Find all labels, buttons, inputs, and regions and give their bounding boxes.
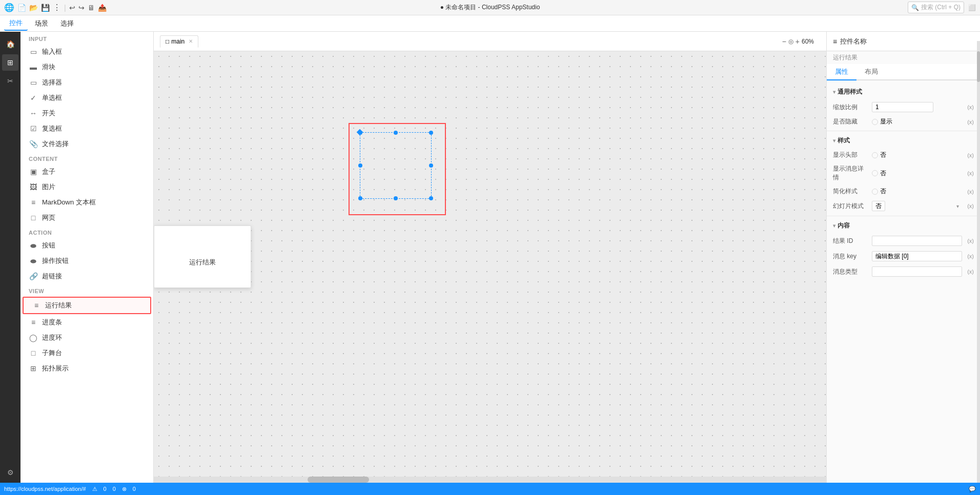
preview-icon[interactable]: 🖥: [88, 4, 95, 12]
panel-item-selector[interactable]: ▭ 选择器: [21, 75, 153, 90]
panel-item-slider[interactable]: ▬ 滑块: [21, 59, 153, 75]
section-content: ▾ 内容: [827, 218, 980, 233]
result-id-input[interactable]: [872, 236, 962, 246]
handle-bottom-center[interactable]: [394, 196, 398, 200]
icon-bar-settings[interactable]: ⚙: [2, 464, 18, 481]
panel-item-progress-bar[interactable]: ≡ 进度条: [21, 315, 153, 330]
slideshow-select-wrap: 否: [872, 201, 962, 211]
handle-bottom-left[interactable]: [358, 196, 362, 200]
show-header-radio-btn[interactable]: [872, 152, 878, 158]
more-icon[interactable]: ⋮: [53, 3, 61, 12]
panel-item-progress-ring[interactable]: ◯ 进度环: [21, 330, 153, 345]
warning-label: 0: [113, 486, 116, 492]
main-layout: 🏠 ⊞ ✂ ⚙ INPUT ▭ 输入框 ▬ 滑块 ▭ 选择器 ✓ 单选框 ↔ 开…: [0, 32, 980, 483]
msg-key-input[interactable]: [872, 251, 962, 261]
slideshow-select[interactable]: 否: [872, 201, 885, 211]
panel-item-switch[interactable]: ↔ 开关: [21, 106, 153, 121]
handle-top-center[interactable]: [394, 131, 398, 135]
zoom-fit-icon[interactable]: ◎: [788, 38, 793, 45]
show-header-clear[interactable]: (x): [967, 152, 974, 158]
hidden-radio: 显示: [872, 117, 892, 126]
menu-item-scene[interactable]: 场景: [30, 17, 53, 30]
tab-properties[interactable]: 属性: [827, 64, 856, 80]
panel-item-image[interactable]: 🖼 图片: [21, 179, 153, 195]
msg-type-clear[interactable]: (x): [967, 269, 974, 275]
prop-scale: 缩放比例 (x): [827, 99, 980, 115]
msg-type-input[interactable]: [872, 266, 962, 277]
menu-item-select[interactable]: 选择: [55, 17, 79, 30]
search-icon: 🔍: [911, 4, 919, 11]
canvas-area: □ main ✕ − ◎ + 60%: [154, 32, 826, 483]
hidden-clear[interactable]: (x): [967, 119, 974, 125]
show-detail-radio-btn[interactable]: [872, 170, 878, 176]
panel-item-action-button[interactable]: ⬬ 操作按钮: [21, 253, 153, 269]
right-panel-scrollbar[interactable]: [977, 41, 980, 483]
panel-item-topology[interactable]: ⊞ 拓扑展示: [21, 361, 153, 376]
msg-key-clear[interactable]: (x): [967, 253, 974, 259]
panel-item-sub-stage[interactable]: □ 子舞台: [21, 345, 153, 361]
scale-input[interactable]: [872, 102, 933, 112]
show-detail-clear[interactable]: (x): [967, 170, 974, 176]
section-header-input: INPUT: [21, 32, 153, 44]
icon-bar-widgets[interactable]: ⊞: [2, 54, 18, 71]
app-logo-icon[interactable]: 🌐: [4, 3, 14, 12]
open-file-icon[interactable]: 📂: [29, 4, 38, 12]
prop-msg-key: 消息 key (x): [827, 249, 980, 264]
search-box[interactable]: 🔍 搜索 (Ctrl + Q): [908, 2, 964, 13]
panel-item-webpage[interactable]: □ 网页: [21, 210, 153, 225]
chat-icon[interactable]: 💬: [969, 486, 976, 492]
new-file-icon[interactable]: 📄: [17, 4, 26, 12]
screen-icon[interactable]: ⬜: [968, 4, 976, 11]
redo-icon[interactable]: ↪: [78, 4, 85, 12]
export-icon[interactable]: 📤: [98, 4, 107, 12]
panel-item-run-result[interactable]: ≡ 运行结果: [23, 297, 151, 314]
panel-item-radio[interactable]: ✓ 单选框: [21, 90, 153, 106]
tab-layout[interactable]: 布局: [856, 64, 886, 79]
undo-icon[interactable]: ↩: [69, 4, 75, 12]
canvas-tab-main[interactable]: □ main ✕: [160, 35, 198, 48]
result-id-clear[interactable]: (x): [967, 238, 974, 244]
canvas-hscroll[interactable]: [154, 477, 826, 483]
panel-item-button[interactable]: ⬬ 按钮: [21, 238, 153, 253]
handle-bottom-right[interactable]: [429, 196, 433, 200]
box-icon: ▣: [29, 168, 38, 176]
error-icon: ⊗: [122, 486, 127, 492]
right-panel-header: ≡ 控件名称: [827, 32, 980, 51]
save-icon[interactable]: 💾: [41, 4, 50, 12]
prop-show-header: 显示头部 否 (x): [827, 148, 980, 162]
panel-item-box[interactable]: ▣ 盒子: [21, 164, 153, 179]
webpage-icon: □: [29, 214, 38, 222]
right-panel-subtitle: 运行结果: [827, 51, 980, 64]
section-header-content: CONTENT: [21, 152, 153, 164]
panel-item-hyperlink[interactable]: 🔗 超链接: [21, 269, 153, 284]
icon-bar-home[interactable]: 🏠: [2, 36, 18, 52]
menu-item-controls[interactable]: 控件: [4, 16, 28, 31]
section-general-style: ▾ 通用样式: [827, 85, 980, 99]
panel-item-markdown[interactable]: ≡ MarkDown 文本框: [21, 195, 153, 210]
panel-item-input-box[interactable]: ▭ 输入框: [21, 44, 153, 59]
panel-item-checkbox[interactable]: ☑ 复选框: [21, 121, 153, 136]
content-collapse-icon[interactable]: ▾: [833, 223, 835, 229]
panel-item-file-select[interactable]: 📎 文件选择: [21, 136, 153, 152]
zoom-out-button[interactable]: −: [782, 37, 786, 46]
slideshow-clear[interactable]: (x): [967, 203, 974, 209]
handle-top-left[interactable]: [358, 131, 362, 135]
hidden-radio-btn[interactable]: [872, 119, 878, 125]
prop-show-detail: 显示消息详情 否 (x): [827, 162, 980, 184]
tab-close-icon[interactable]: ✕: [189, 38, 193, 44]
handle-top-right[interactable]: [429, 131, 433, 135]
zoom-in-button[interactable]: +: [795, 37, 800, 46]
action-button-icon: ⬬: [29, 257, 38, 265]
simple-style-radio-btn[interactable]: [872, 189, 878, 195]
canvas-widget-selected[interactable]: [349, 123, 446, 215]
collapse-icon[interactable]: ▾: [833, 89, 835, 95]
handle-middle-left[interactable]: [358, 163, 362, 168]
section-style: ▾ 样式: [827, 133, 980, 148]
canvas-content[interactable]: 运行结果: [154, 51, 826, 483]
simple-style-clear[interactable]: (x): [967, 189, 974, 195]
icon-bar-cursor[interactable]: ✂: [2, 73, 18, 89]
prop-hidden: 是否隐藏 显示 (x): [827, 115, 980, 129]
scale-clear[interactable]: (x): [967, 104, 974, 110]
handle-middle-right[interactable]: [429, 163, 433, 168]
style-collapse-icon[interactable]: ▾: [833, 138, 835, 143]
